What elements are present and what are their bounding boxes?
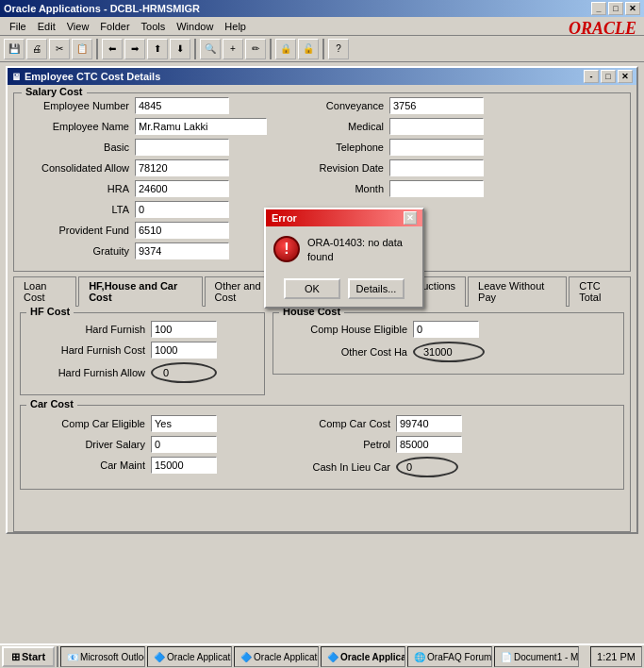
error-ok-button[interactable]: OK xyxy=(284,278,340,299)
error-body: ! ORA-01403: no data found xyxy=(266,226,422,275)
error-buttons: OK Details... xyxy=(266,275,422,307)
error-icon: ! xyxy=(273,236,300,262)
error-dialog: Error ✕ ! ORA-01403: no data found OK De… xyxy=(264,208,424,309)
error-close-button[interactable]: ✕ xyxy=(404,211,417,225)
error-title-bar: Error ✕ xyxy=(266,209,422,226)
error-message-text: ORA-01403: no data found xyxy=(307,236,415,265)
dialog-overlay: Error ✕ ! ORA-01403: no data found OK De… xyxy=(0,0,644,668)
error-details-button[interactable]: Details... xyxy=(348,278,405,299)
error-title-text: Error xyxy=(272,212,297,224)
